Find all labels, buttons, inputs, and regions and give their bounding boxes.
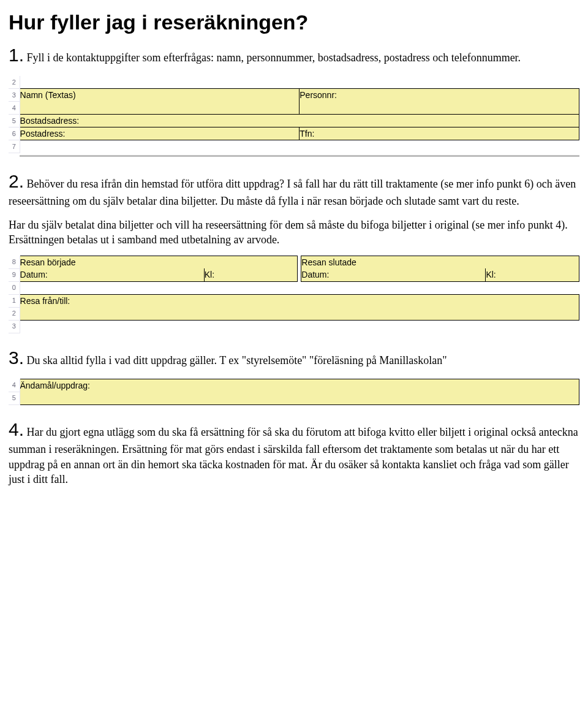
field-resa-fran-till[interactable]: Resa från/till: bbox=[20, 294, 579, 307]
field-slut-kl[interactable]: Kl: bbox=[486, 268, 579, 281]
step-4-text: 4. Har du gjort egna utlägg som du ska f… bbox=[9, 417, 579, 487]
field-personnr-value[interactable] bbox=[300, 102, 579, 115]
page-title: Hur fyller jag i reseräkningen? bbox=[9, 9, 579, 37]
step-1-text: 1. Fyll i de kontaktuppgifter som efterf… bbox=[9, 43, 579, 68]
row-number: 6 bbox=[9, 127, 20, 140]
step-1-number: 1. bbox=[9, 45, 24, 65]
step-2-text-b: Har du själv betalat dina biljetter och … bbox=[9, 218, 579, 248]
field-name[interactable]: Namn (Textas) bbox=[20, 89, 300, 102]
field-personnr[interactable]: Personnr: bbox=[300, 89, 579, 102]
contact-fields-table: 2 3 Namn (Textas) Personnr: 4 5 Bostadsa… bbox=[9, 76, 579, 157]
field-postadress[interactable]: Postadress: bbox=[20, 127, 300, 140]
step-3-text: 3. Du ska alltid fylla i vad ditt uppdra… bbox=[9, 346, 579, 371]
row-number: 4 bbox=[9, 102, 20, 115]
row-number: 8 bbox=[9, 256, 20, 269]
purpose-field-table: 4 Ändamål/uppdrag: 5 bbox=[9, 379, 579, 405]
field-bostadsadress[interactable]: Bostadsadress: bbox=[20, 115, 300, 127]
row-number: 2 bbox=[9, 76, 20, 89]
field-tfn[interactable]: Tfn: bbox=[300, 127, 579, 140]
travel-fields-table: 8 Resan började Resan slutade 9 Datum: K… bbox=[9, 256, 579, 333]
field-start-datum[interactable]: Datum: bbox=[20, 268, 204, 281]
field-resa-fran-till-value[interactable] bbox=[20, 307, 579, 320]
field-bostadsadress-value[interactable] bbox=[300, 115, 579, 127]
field-resan-slutade: Resan slutade bbox=[301, 256, 486, 269]
row-number: 5 bbox=[9, 392, 20, 404]
row-number: 7 bbox=[9, 140, 20, 153]
field-start-kl[interactable]: Kl: bbox=[204, 268, 298, 281]
step-2-text-a: 2. Behöver du resa ifrån din hemstad för… bbox=[9, 169, 579, 209]
step-3-number: 3. bbox=[9, 347, 24, 368]
field-andamal-value[interactable] bbox=[20, 392, 579, 404]
row-number: 2 bbox=[9, 307, 20, 320]
step-4-number: 4. bbox=[9, 419, 24, 439]
row-number: 9 bbox=[9, 268, 20, 281]
step-2-number: 2. bbox=[9, 171, 24, 191]
field-slut-datum[interactable]: Datum: bbox=[301, 268, 486, 281]
row-number: 4 bbox=[9, 379, 20, 392]
field-name-value[interactable] bbox=[20, 102, 300, 115]
row-number: 0 bbox=[9, 281, 20, 294]
row-number: 3 bbox=[9, 320, 20, 333]
field-resan-borjade: Resan började bbox=[20, 256, 204, 269]
row-number: 3 bbox=[9, 89, 20, 102]
field-andamal[interactable]: Ändamål/uppdrag: bbox=[20, 379, 579, 392]
row-number: 1 bbox=[9, 294, 20, 307]
row-number: 5 bbox=[9, 115, 20, 127]
